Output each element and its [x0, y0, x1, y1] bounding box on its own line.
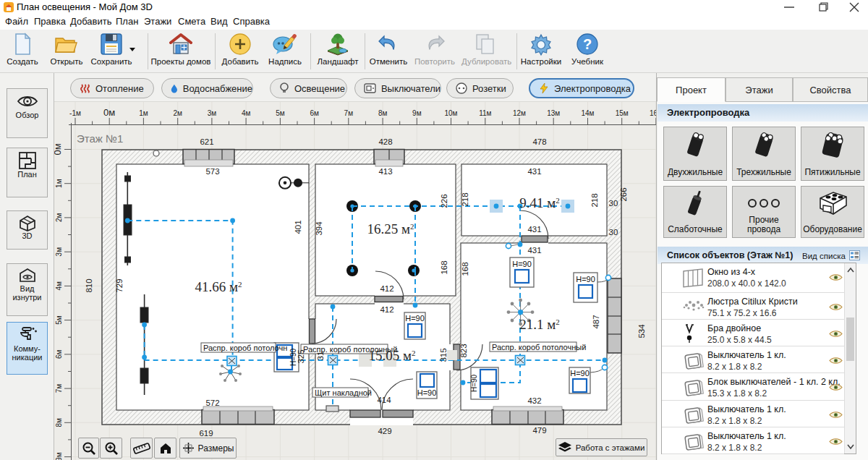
svg-text:14м: 14м	[582, 109, 595, 117]
svg-text:-1м: -1м	[69, 109, 81, 117]
svg-text:572: 572	[205, 399, 219, 407]
svg-text:41.66 м2: 41.66 м2	[195, 279, 242, 294]
svg-text:?: ?	[583, 36, 592, 52]
svg-text:619: 619	[199, 429, 213, 438]
object-list: Окно из 4-х208.0 x 40.0 x 142.0 Люстра C…	[661, 263, 856, 454]
svg-text:479: 479	[532, 426, 546, 435]
menubar: Файл Правка Добавить План Этажи Смета Ви…	[0, 14, 868, 30]
svg-text:10м: 10м	[445, 109, 458, 117]
svg-text:2м: 2м	[55, 213, 63, 223]
svg-text:3м: 3м	[208, 109, 217, 117]
canvas: -1м0м1м2м3м4м5м6м7м8м9м10м11м12м13м14м15…	[54, 73, 657, 460]
svg-text:315: 315	[439, 348, 448, 362]
svg-text:414: 414	[377, 396, 391, 404]
svg-text:4м: 4м	[55, 281, 63, 291]
svg-text:H=90: H=90	[576, 275, 595, 284]
titlebar: План освещения - Мой Дом 3D	[0, 0, 868, 14]
svg-text:4м: 4м	[242, 109, 251, 117]
svg-text:1м: 1м	[139, 109, 148, 117]
svg-text:2м: 2м	[173, 109, 182, 117]
svg-text:428: 428	[378, 137, 392, 146]
svg-text:810: 810	[85, 278, 93, 292]
svg-text:218: 218	[590, 193, 599, 207]
svg-text:6м: 6м	[310, 109, 319, 117]
svg-text:Распр. короб потолочный: Распр. короб потолочный	[492, 343, 586, 352]
svg-text:11м: 11м	[479, 109, 491, 117]
svg-text:Этаж №1: Этаж №1	[77, 132, 123, 145]
svg-text:H=90: H=90	[512, 260, 532, 268]
svg-text:429: 429	[378, 427, 391, 435]
svg-text:266: 266	[619, 187, 628, 201]
svg-text:478: 478	[532, 137, 546, 146]
svg-text:H=90: H=90	[470, 374, 478, 392]
svg-text:6м: 6м	[55, 350, 63, 359]
svg-text:432: 432	[527, 396, 541, 405]
svg-text:H=90: H=90	[570, 369, 590, 378]
svg-text:Щит накладной: Щит накладной	[315, 388, 372, 397]
svg-text:431: 431	[527, 225, 541, 234]
svg-text:15м: 15м	[616, 109, 629, 117]
svg-text:21.1 м2: 21.1 м2	[519, 317, 560, 332]
svg-text:9.41 м2: 9.41 м2	[519, 195, 560, 210]
svg-text:5м: 5м	[55, 315, 63, 325]
svg-text:487: 487	[592, 315, 600, 328]
svg-text:H=90: H=90	[417, 388, 437, 397]
svg-text:729: 729	[115, 278, 124, 292]
svg-text:0м: 0м	[103, 107, 115, 118]
svg-text:394: 394	[315, 221, 323, 236]
svg-text:30: 30	[609, 228, 618, 237]
svg-text:7м: 7м	[344, 109, 354, 117]
page: План освещения - Мой Дом 3D Файл Правка …	[0, 0, 868, 460]
svg-text:325: 325	[297, 349, 305, 363]
svg-text:30: 30	[609, 199, 618, 208]
svg-text:573: 573	[205, 167, 219, 176]
svg-text:9м: 9м	[55, 452, 63, 460]
toolbar: Создать Открыть Сохранить Проекты домов …	[0, 30, 868, 73]
svg-text:16.25 м2: 16.25 м2	[367, 221, 414, 237]
svg-text:413: 413	[378, 167, 392, 176]
svg-text:H=90: H=90	[405, 314, 425, 323]
svg-text:621: 621	[200, 137, 213, 146]
svg-text:3м: 3м	[55, 247, 63, 257]
svg-text:7м: 7м	[55, 384, 63, 393]
svg-text:9м: 9м	[412, 109, 422, 117]
svg-text:15.05 м2: 15.05 м2	[368, 348, 415, 363]
svg-text:5м: 5м	[276, 109, 285, 117]
svg-text:0м: 0м	[54, 143, 63, 155]
svg-text:13м: 13м	[547, 109, 560, 117]
left-tools: Обзор План 3D Видизнутри Комму-никации	[0, 73, 54, 460]
svg-text:168: 168	[461, 262, 469, 276]
svg-text:534: 534	[637, 324, 646, 338]
svg-text:12м: 12м	[513, 109, 526, 117]
svg-text:31: 31	[316, 352, 325, 361]
svg-text:218: 218	[461, 192, 469, 206]
svg-text:Распр. короб потолочн: Распр. короб потолочн	[203, 344, 287, 352]
svg-text:431: 431	[527, 167, 541, 176]
svg-text:412: 412	[380, 305, 393, 314]
svg-text:823: 823	[459, 344, 468, 357]
svg-text:1м: 1м	[55, 179, 63, 188]
svg-text:401: 401	[294, 220, 302, 234]
right-panel: Проект Этажи Свойства Проект Электропров…	[656, 73, 868, 460]
svg-text:8м: 8м	[55, 418, 63, 427]
svg-text:226: 226	[440, 194, 448, 208]
svg-text:168: 168	[440, 260, 448, 274]
svg-text:412: 412	[380, 284, 393, 293]
svg-text:431: 431	[527, 246, 541, 255]
svg-text:8м: 8м	[378, 109, 388, 117]
